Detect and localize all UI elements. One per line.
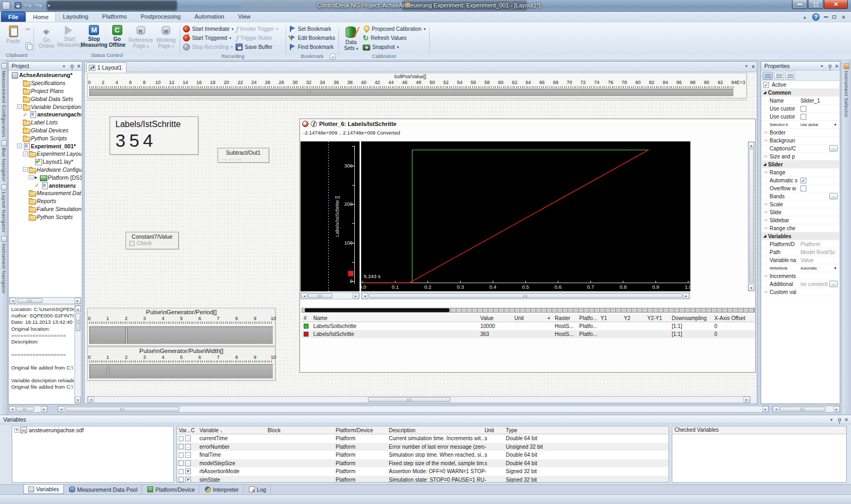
expander-icon[interactable]: + xyxy=(14,428,19,433)
plot-area[interactable]: 5.243 s 0.00.10.20.30.40.50.60.70.80.91.… xyxy=(361,141,690,291)
group-expander-icon[interactable]: ▷ xyxy=(765,226,770,230)
ellipsis-button[interactable]: ... xyxy=(829,145,838,152)
bottom-tab-platform-device[interactable]: Platform/Device xyxy=(143,485,199,494)
variable-checkbox[interactable] xyxy=(179,452,183,458)
save-icon[interactable] xyxy=(15,2,21,9)
period-slider[interactable]: Pulse\nGenerator/Period[] 012345678910 xyxy=(87,308,276,346)
scroll-left-icon[interactable]: ◄ xyxy=(88,397,94,402)
property-row-slide[interactable]: ▷Slide xyxy=(762,208,839,216)
column-header-raster[interactable]: Raster xyxy=(555,315,579,321)
redo-icon[interactable]: ↷▾ xyxy=(34,1,43,10)
stop-recording-button[interactable]: Stop Recording▾ xyxy=(183,43,233,52)
pin-icon[interactable] xyxy=(71,65,73,68)
invoke-trigger-button[interactable]: ƒ Invoke Trigger▾ xyxy=(236,24,278,33)
expander-icon[interactable]: - xyxy=(23,152,28,156)
refresh-values-button[interactable]: ↻ Refresh Values xyxy=(363,33,426,43)
section-expander-icon[interactable]: ◢ xyxy=(762,90,768,95)
proposed-calibration-button[interactable]: Proposed Calibration▾ xyxy=(363,24,426,33)
scroll-down-icon[interactable]: ▼ xyxy=(75,397,81,403)
section-expander-icon[interactable]: ◢ xyxy=(762,162,768,166)
close-panel-icon[interactable]: × xyxy=(845,417,848,423)
tree-item-python-scripts[interactable]: Python Scripts xyxy=(9,134,81,142)
plot-vscrollbar[interactable]: ▲ ▼ xyxy=(748,141,755,291)
expander-icon[interactable]: - xyxy=(17,104,22,109)
group-expander-icon[interactable]: ▷ xyxy=(765,210,770,214)
variable-row-finaltime[interactable]: →finalTimePlatformSimulation stop time. … xyxy=(177,451,669,459)
column-header-platform-device[interactable]: Platform/Device xyxy=(336,427,389,433)
help-icon[interactable]: ? xyxy=(812,13,820,21)
group-expander-icon[interactable]: ▷ xyxy=(765,130,770,135)
column-header-downsampling[interactable]: Downsampling xyxy=(672,315,714,321)
group-expander-icon[interactable]: ▷ xyxy=(765,274,770,278)
column-header-y2-y1[interactable]: Y2-Y1 xyxy=(647,315,672,321)
ribbon-tab-postprocessing[interactable]: Postprocessing xyxy=(134,12,188,22)
ribbon-tab-view[interactable]: View xyxy=(231,12,257,22)
property-checkbox[interactable] xyxy=(800,106,806,112)
tree-item-hardware-configura[interactable]: -Hardware Configura xyxy=(9,166,81,174)
trigger-rules-button[interactable]: ƒ Trigger Rules xyxy=(236,33,278,43)
scroll-right-icon[interactable]: ► xyxy=(744,397,750,402)
sollpos-track[interactable] xyxy=(89,89,734,97)
variable-row-simstate[interactable]: PsimStatePlatformSimulation state: STOP=… xyxy=(177,476,669,483)
scroll-right-icon[interactable]: ► xyxy=(353,293,359,299)
ribbon-tab-home[interactable]: Home xyxy=(26,12,56,22)
property-row-range-che[interactable]: ▷Range che xyxy=(762,224,839,232)
save-buffer-button[interactable]: Save Buffer xyxy=(236,43,278,52)
tree-item-reports[interactable]: Reports xyxy=(9,197,81,205)
document-bottom-hscrollbar[interactable]: ◄ ► xyxy=(57,406,769,413)
property-checkbox[interactable] xyxy=(800,186,806,191)
ellipsis-button[interactable]: ... xyxy=(829,281,838,287)
left-tab-bus-navigator[interactable]: Bus Navigator xyxy=(0,140,7,182)
bottom-tab-measurement-data-pool[interactable]: Measurement Data Pool xyxy=(65,485,142,494)
tree-item-project-plans[interactable]: Project Plans xyxy=(9,87,81,95)
property-checkbox[interactable]: ✓ xyxy=(800,178,806,183)
property-row-bands[interactable]: Bands... xyxy=(762,192,839,200)
alphabetical-view-icon[interactable] xyxy=(774,72,784,80)
property-row-range[interactable]: ▷Range xyxy=(762,169,839,177)
start-triggered-button[interactable]: Start Triggered▾ xyxy=(183,33,233,43)
start-measuring-button[interactable]: Start Measuring xyxy=(57,23,82,52)
start-immediate-button[interactable]: Start Immediate▾ xyxy=(183,24,233,33)
undo-icon[interactable]: ↶▾ xyxy=(23,1,32,10)
tree-item-experiment-layouts[interactable]: -Experiment Layouts xyxy=(9,150,81,158)
cursor-line[interactable] xyxy=(328,141,329,291)
properties-bottom-hscrollbar[interactable]: ◄ ► xyxy=(772,406,840,413)
tree-item-global-data-sets[interactable]: Global Data Sets xyxy=(9,95,81,103)
collapse-ribbon-icon[interactable]: ▴ xyxy=(802,14,808,20)
scroll-right-icon[interactable]: ► xyxy=(683,293,689,299)
column-header-y2[interactable]: Y2 xyxy=(624,315,647,321)
property-row-custom-val[interactable]: ▷Custom val xyxy=(762,288,839,296)
column-header-x-axis-offset[interactable]: X-Axis Offset xyxy=(714,315,756,321)
layout1-document-tab[interactable]: 1 Layout1 xyxy=(86,62,127,72)
column-header-y1[interactable]: Y1 xyxy=(600,315,624,321)
property-row-size-and-p[interactable]: ▷Size and p xyxy=(762,153,839,161)
active-checkbox[interactable]: ✓ xyxy=(763,82,769,88)
property-row-variable-na[interactable]: Variable naValue xyxy=(762,256,839,264)
cut-icon[interactable]: ✂ xyxy=(26,26,32,33)
property-row-automatic-s[interactable]: Automatic s✓ xyxy=(762,177,839,184)
panel-menu-icon[interactable]: ▾ xyxy=(819,64,825,69)
ribbon-tab-platforms[interactable]: Platforms xyxy=(95,12,134,22)
column-header-platfo[interactable]: Platfo... xyxy=(579,315,600,321)
plotter-instrument[interactable]: ƒ Plotter_6: Labels/IstSchritte -2.14748… xyxy=(299,119,756,373)
tree-item-measurement-data[interactable]: Measurement Data xyxy=(9,189,81,197)
ellipsis-button[interactable]: ... xyxy=(829,193,838,199)
pin-icon[interactable] xyxy=(829,65,831,68)
expander-icon[interactable]: - xyxy=(17,144,22,148)
variable-checkbox[interactable] xyxy=(179,460,183,466)
property-row-selection-b[interactable]: Selection bUse global▼ xyxy=(762,121,839,129)
plot-hscrollbar[interactable]: ◄ ► xyxy=(361,292,690,299)
tree-item-variable-descriptions[interactable]: -Variable Descriptions xyxy=(9,103,81,111)
sollpos-thumb[interactable] xyxy=(308,90,310,96)
column-header-unit[interactable]: Unit xyxy=(485,427,506,433)
paste-button[interactable]: Paste xyxy=(1,23,26,52)
close-panel-icon[interactable]: × xyxy=(835,63,838,69)
column-header-type[interactable]: Type xyxy=(506,427,564,433)
mdi-close-icon[interactable]: × xyxy=(840,14,847,20)
ribbon-tab-layouting[interactable]: Layouting xyxy=(56,12,95,22)
tree-item-ansteueru[interactable]: ✓ansteueru xyxy=(9,181,81,189)
property-row-name[interactable]: NameSlider_1 xyxy=(762,97,839,105)
scroll-right-icon[interactable]: ► xyxy=(41,406,47,412)
property-row-slider[interactable]: ◢Slider xyxy=(762,161,839,169)
pulsewidth-track[interactable] xyxy=(89,364,273,379)
